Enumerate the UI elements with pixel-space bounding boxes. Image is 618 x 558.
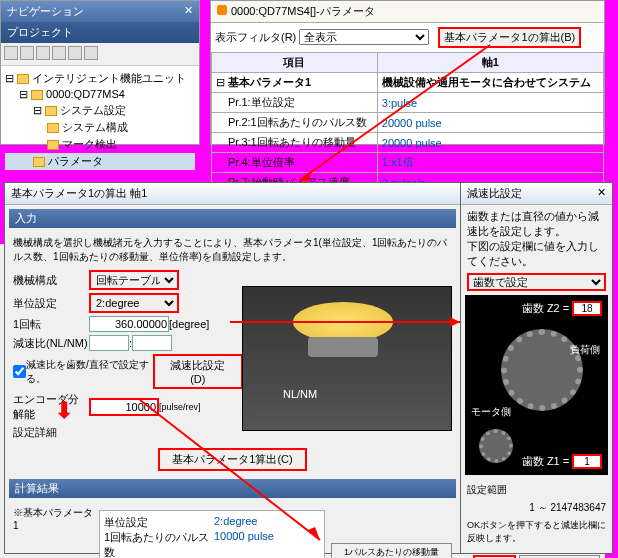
parameter-panel: 0000:QD77MS4[]-パラメータ 表示フィルタ(R) 全表示 基本パラメ… <box>210 0 605 145</box>
filter-label: 表示フィルタ(R) <box>215 31 296 43</box>
parameter-table: 項目軸1 ⊟ 基本パラメータ1機械設備や適用モータに合わせてシステム Pr.1:… <box>211 52 604 193</box>
gear-big-icon <box>501 329 583 411</box>
dialog-title: 基本パラメータ1の算出 軸1 <box>5 183 460 205</box>
nlnm-label: NL/NM <box>283 388 317 400</box>
mechanism-preview: NL/NM <box>242 286 452 431</box>
project-header: プロジェクト <box>1 22 199 43</box>
project-tree: ⊟ インテリジェント機能ユニット ⊟ 0000:QD77MS4 ⊟ システム設定… <box>1 66 199 174</box>
tool-icon[interactable] <box>36 46 50 60</box>
nav-toolbar <box>1 43 199 66</box>
tree-param[interactable]: パラメータ <box>5 153 195 170</box>
ratio-nl-input[interactable] <box>89 335 129 351</box>
table-row: Pr.4:単位倍率1:x1倍 <box>212 153 604 173</box>
rotation-input[interactable] <box>89 316 169 332</box>
ratio-nm-input[interactable] <box>132 335 172 351</box>
ratio-setting-dialog: 減速比設定✕ 歯数または直径の値から減速比を設定します。 下図の設定欄に値を入力… <box>460 182 613 554</box>
tool-icon[interactable] <box>68 46 82 60</box>
move-per-pulse-button[interactable]: 1パルスあたりの移動量 <box>331 543 452 558</box>
ratio-gear-checkbox[interactable] <box>13 365 26 378</box>
close-icon[interactable]: ✕ <box>597 186 606 201</box>
param-tab[interactable]: 0000:QD77MS4[]-パラメータ <box>211 1 604 23</box>
tab-icon <box>217 5 227 15</box>
ratio-mode-select[interactable]: 歯数で設定 <box>467 273 606 291</box>
dialog-title: 減速比設定 <box>467 186 522 201</box>
gear-small-icon <box>479 429 513 463</box>
z1-input[interactable] <box>572 454 602 469</box>
mechanism-select[interactable]: 回転テーブル <box>89 270 179 290</box>
tool-icon[interactable] <box>52 46 66 60</box>
nav-header: ナビゲーション ✕ <box>1 1 199 22</box>
tree-root[interactable]: ⊟ インテリジェント機能ユニット <box>5 70 195 87</box>
result-grid: 単位設定2:degree 1回転あたりのパルス数10000 pulse 1回転あ… <box>99 510 325 558</box>
tree-sysconf[interactable]: システム構成 <box>5 119 195 136</box>
input-section-header: 入力 <box>9 209 456 228</box>
z2-input[interactable] <box>572 301 602 316</box>
encoder-input[interactable] <box>89 398 159 416</box>
gear-preview: 歯数 Z2 = 負荷側 モータ側 歯数 Z1 = <box>465 295 608 475</box>
close-icon[interactable]: ✕ <box>184 4 193 19</box>
tree-sys[interactable]: ⊟ システム設定 <box>5 102 195 119</box>
unit-select[interactable]: 2:degree <box>89 293 179 313</box>
ratio-setting-button[interactable]: 減速比設定(D) <box>153 354 243 389</box>
table-row: Pr.1:単位設定3:pulse <box>212 93 604 113</box>
basic-param-calc-dialog: 基本パラメータ1の算出 軸1 入力 機械構成を選択し機械諸元を入力することにより… <box>4 182 461 554</box>
arrow-down-icon: ⬇ <box>55 398 73 424</box>
filter-select[interactable]: 全表示 <box>299 29 429 45</box>
result-section-header: 計算結果 <box>9 479 456 498</box>
tool-icon[interactable] <box>4 46 18 60</box>
tool-icon[interactable] <box>20 46 34 60</box>
nav-title: ナビゲーション <box>7 4 84 19</box>
table-row: Pr.2:1回転あたりのパルス数20000 pulse <box>212 113 604 133</box>
calc-basic-param-button[interactable]: 基本パラメータ1の算出(B) <box>438 27 581 48</box>
table-row: Pr.3:1回転あたりの移動量20000 pulse <box>212 133 604 153</box>
tree-unit[interactable]: ⊟ 0000:QD77MS4 <box>5 87 195 102</box>
input-description: 機械構成を選択し機械諸元を入力することにより、基本パラメータ1(単位設定、1回転… <box>13 236 452 264</box>
tool-icon[interactable] <box>84 46 98 60</box>
navigation-panel: ナビゲーション ✕ プロジェクト ⊟ インテリジェント機能ユニット ⊟ 0000… <box>0 0 200 145</box>
tree-mark[interactable]: マーク検出 <box>5 136 195 153</box>
calculate-button[interactable]: 基本パラメータ1算出(C) <box>158 448 306 471</box>
